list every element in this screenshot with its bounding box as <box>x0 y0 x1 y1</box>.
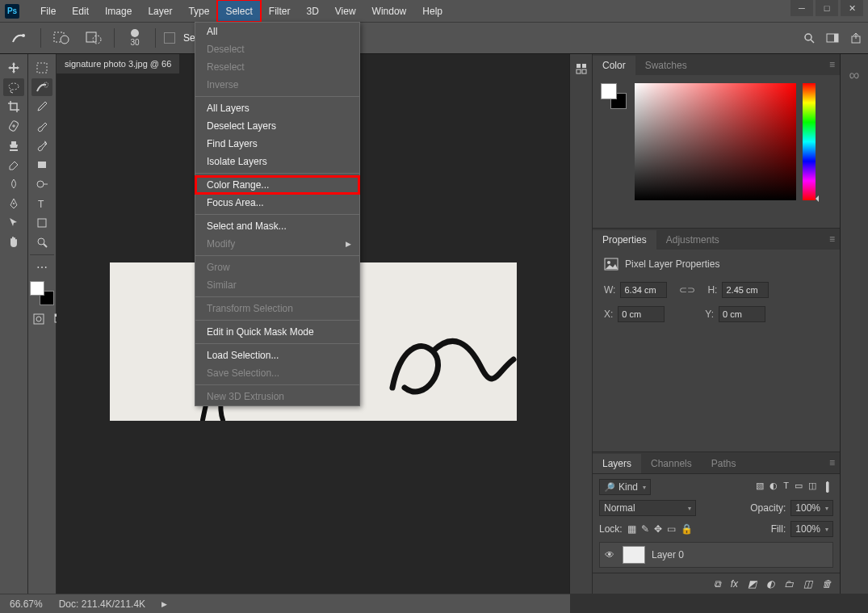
eyedropper-tool-icon[interactable] <box>31 98 52 115</box>
panel-menu-icon[interactable]: ≡ <box>829 59 835 70</box>
blur-tool-icon[interactable] <box>3 175 24 193</box>
lock-art-icon[interactable]: ▭ <box>667 523 676 535</box>
group-icon[interactable]: 🗀 <box>784 578 794 590</box>
filter-smart-icon[interactable]: ◫ <box>808 481 816 493</box>
layer-item[interactable]: 👁 Layer 0 <box>599 542 833 568</box>
tab-paths[interactable]: Paths <box>702 454 746 473</box>
lasso-tool-icon[interactable] <box>3 78 24 96</box>
lock-pos-icon[interactable]: ✥ <box>654 523 662 535</box>
height-input[interactable] <box>722 282 769 298</box>
menu-item-load-selection[interactable]: Load Selection... <box>195 346 359 364</box>
minimize-button[interactable]: ─ <box>790 0 813 16</box>
lock-brush-icon[interactable]: ✎ <box>641 523 649 535</box>
fg-bg-swatch[interactable] <box>30 281 54 305</box>
doc-size[interactable]: Doc: 211.4K/211.4K <box>59 598 145 610</box>
quick-select-tool-icon[interactable] <box>31 78 52 96</box>
close-button[interactable]: ✕ <box>841 0 863 16</box>
fx-icon[interactable]: fx <box>731 578 738 590</box>
shape-tool-icon[interactable] <box>31 214 52 232</box>
brush-tool-icon[interactable] <box>31 117 52 135</box>
layer-kind-select[interactable]: 🔎Kind▾ <box>599 479 651 495</box>
link-wh-icon[interactable]: ⊂⊃ <box>678 283 696 297</box>
stamp-tool-icon[interactable] <box>3 136 24 154</box>
menu-item-isolate-layers[interactable]: Isolate Layers <box>195 153 359 170</box>
tab-channels[interactable]: Channels <box>641 454 702 473</box>
menu-file[interactable]: File <box>32 0 64 22</box>
trash-icon[interactable]: 🗑 <box>822 578 832 590</box>
type-tool-icon[interactable]: T <box>31 195 52 212</box>
fill-input[interactable]: 100%▾ <box>790 521 833 537</box>
maximize-button[interactable]: □ <box>816 0 838 16</box>
workspace-icon[interactable] <box>826 33 839 43</box>
selection-sub-icon[interactable] <box>82 28 106 48</box>
y-input[interactable] <box>719 306 765 322</box>
x-input[interactable] <box>618 306 665 322</box>
menu-item-all-layers[interactable]: All Layers <box>195 99 359 117</box>
pointer-tool-icon[interactable] <box>3 214 24 232</box>
adjust-layer-icon[interactable]: ◐ <box>766 578 774 590</box>
tab-properties[interactable]: Properties <box>593 230 656 250</box>
more-tool-icon[interactable]: ⋯ <box>31 258 52 276</box>
menu-item-edit-in-quick-mask-mode[interactable]: Edit in Quick Mask Mode <box>195 323 359 341</box>
cc-libraries-strip[interactable]: ∞ <box>840 54 868 594</box>
sample-all-checkbox[interactable] <box>164 32 175 44</box>
quick-mask-icon[interactable] <box>28 310 49 328</box>
tool-preset-icon[interactable] <box>8 28 32 48</box>
filter-toggle-icon[interactable]: ⏽ <box>822 481 833 493</box>
dodge-tool-icon[interactable] <box>31 175 52 193</box>
menu-item-all[interactable]: All <box>195 23 359 40</box>
pen-tool-icon[interactable] <box>3 195 24 212</box>
healing-tool-icon[interactable] <box>3 117 24 135</box>
menu-3d[interactable]: 3D <box>298 0 326 22</box>
lock-all-icon[interactable]: 🔒 <box>681 523 693 535</box>
panel-menu-icon[interactable]: ≡ <box>829 457 835 468</box>
selection-add-icon[interactable] <box>49 28 73 48</box>
panel-menu-icon[interactable]: ≡ <box>829 233 835 245</box>
menu-edit[interactable]: Edit <box>64 0 97 22</box>
menu-view[interactable]: View <box>327 0 364 22</box>
visibility-icon[interactable]: 👁 <box>603 549 616 561</box>
menu-layer[interactable]: Layer <box>140 0 180 22</box>
history-panel-icon[interactable] <box>575 62 588 75</box>
hand-tool-icon[interactable] <box>3 233 24 251</box>
hue-slider[interactable] <box>803 83 816 200</box>
menu-select[interactable]: Select <box>217 0 260 22</box>
menu-window[interactable]: Window <box>364 0 415 22</box>
document-tab[interactable]: signature photo 3.jpg @ 66 <box>57 54 179 73</box>
new-layer-icon[interactable]: ◫ <box>803 578 812 590</box>
filter-shape-icon[interactable]: ▭ <box>795 481 803 493</box>
color-swatch[interactable] <box>601 83 627 109</box>
zoom-tool-icon[interactable] <box>31 233 52 251</box>
share-icon[interactable] <box>850 32 862 44</box>
marquee-tool-icon[interactable] <box>31 59 52 77</box>
history-brush-tool-icon[interactable] <box>31 136 52 154</box>
opacity-input[interactable]: 100%▾ <box>790 500 833 516</box>
crop-tool-icon[interactable] <box>3 98 24 115</box>
filter-type-icon[interactable]: T <box>783 481 789 493</box>
menu-item-color-range[interactable]: Color Range... <box>195 176 359 194</box>
tab-swatches[interactable]: Swatches <box>635 56 697 75</box>
menu-help[interactable]: Help <box>414 0 451 22</box>
filter-adjust-icon[interactable]: ◐ <box>769 481 778 493</box>
menu-type[interactable]: Type <box>180 0 217 22</box>
search-icon[interactable] <box>803 32 815 44</box>
blend-mode-select[interactable]: Normal▾ <box>599 500 696 516</box>
menu-item-focus-area[interactable]: Focus Area... <box>195 194 359 212</box>
eraser-tool-icon[interactable] <box>3 156 24 174</box>
mask-icon[interactable]: ◩ <box>748 578 757 590</box>
menu-item-deselect-layers[interactable]: Deselect Layers <box>195 117 359 135</box>
brush-size[interactable]: 30 <box>123 29 147 47</box>
tab-adjustments[interactable]: Adjustments <box>656 230 729 250</box>
lock-trans-icon[interactable]: ▦ <box>627 523 636 535</box>
tab-color[interactable]: Color <box>593 56 635 75</box>
menu-filter[interactable]: Filter <box>261 0 299 22</box>
move-tool-icon[interactable] <box>3 59 24 77</box>
link-layers-icon[interactable]: ⧉ <box>714 578 721 590</box>
menu-item-select-and-mask[interactable]: Select and Mask... <box>195 217 359 235</box>
filter-pixel-icon[interactable]: ▧ <box>756 481 764 493</box>
tab-layers[interactable]: Layers <box>593 454 641 473</box>
menu-item-find-layers[interactable]: Find Layers <box>195 135 359 153</box>
width-input[interactable] <box>620 282 667 298</box>
zoom-level[interactable]: 66.67% <box>10 598 43 610</box>
bucket-tool-icon[interactable] <box>31 156 52 174</box>
